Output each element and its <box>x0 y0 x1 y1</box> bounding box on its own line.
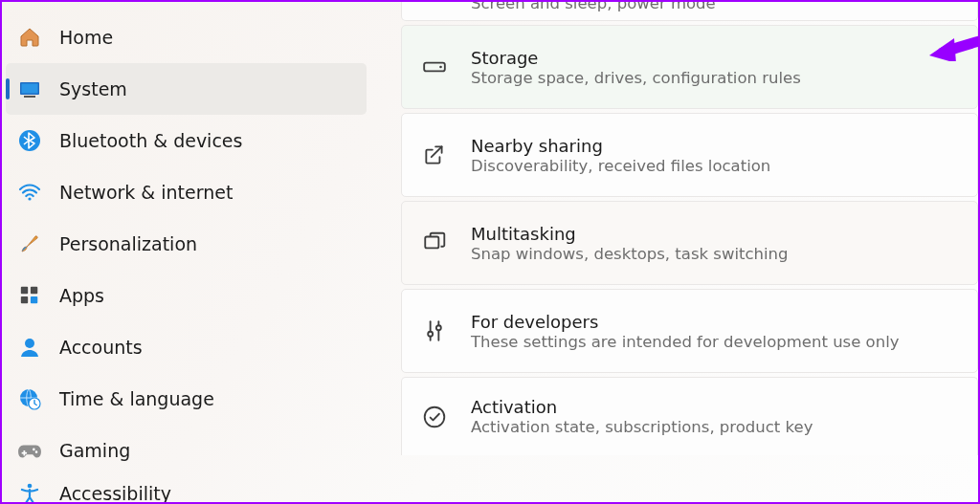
tile-subtitle: Storage space, drives, configuration rul… <box>471 69 801 87</box>
person-icon <box>17 335 42 360</box>
sidebar-item-time-language[interactable]: Time & language <box>6 373 367 425</box>
sidebar-item-label: Accounts <box>59 337 143 358</box>
tile-title: Storage <box>471 48 801 68</box>
developer-icon <box>421 318 448 344</box>
sidebar-item-label: Bluetooth & devices <box>59 130 242 151</box>
wifi-icon <box>17 180 42 205</box>
tile-subtitle: Discoverability, received files location <box>471 157 770 175</box>
svg-rect-1 <box>22 84 38 94</box>
apps-icon <box>17 283 42 308</box>
svg-point-9 <box>25 339 34 348</box>
sidebar-item-label: Home <box>59 27 113 48</box>
settings-tile-developers[interactable]: For developers These settings are intend… <box>401 289 978 373</box>
tile-title: Activation <box>471 397 813 417</box>
multitasking-icon <box>421 230 448 256</box>
tile-subtitle: Screen and sleep, power mode <box>471 0 716 12</box>
bluetooth-icon <box>17 128 42 153</box>
svg-rect-5 <box>21 287 28 294</box>
sidebar-item-label: Gaming <box>59 440 130 461</box>
svg-point-12 <box>33 449 35 451</box>
sidebar-item-label: Time & language <box>59 388 214 409</box>
sidebar-item-apps[interactable]: Apps <box>6 270 367 321</box>
svg-rect-7 <box>21 296 28 303</box>
sidebar-item-label: System <box>59 78 127 99</box>
sidebar-item-accounts[interactable]: Accounts <box>6 321 367 373</box>
tile-title: Multitasking <box>471 224 789 244</box>
settings-tile-activation[interactable]: Activation Activation state, subscriptio… <box>401 377 978 455</box>
settings-tile-multitasking[interactable]: Multitasking Snap windows, desktops, tas… <box>401 201 978 285</box>
sidebar-item-bluetooth[interactable]: Bluetooth & devices <box>6 115 367 166</box>
tile-subtitle: Activation state, subscriptions, product… <box>471 418 813 436</box>
svg-point-4 <box>28 197 31 200</box>
svg-point-16 <box>28 484 33 489</box>
checkmark-circle-icon <box>421 404 448 430</box>
svg-point-13 <box>35 450 38 453</box>
accessibility-icon <box>17 481 42 502</box>
svg-rect-6 <box>31 287 37 294</box>
tile-subtitle: Snap windows, desktops, task switching <box>471 245 789 263</box>
paintbrush-icon <box>17 231 42 256</box>
settings-sidebar: Home System Bluetooth & devices <box>2 2 372 502</box>
sidebar-item-label: Personalization <box>59 233 197 254</box>
settings-tile-storage[interactable]: Storage Storage space, drives, configura… <box>401 25 978 109</box>
power-icon <box>421 0 448 27</box>
sidebar-item-label: Network & internet <box>59 182 233 203</box>
tile-title: For developers <box>471 312 900 332</box>
sidebar-item-system[interactable]: System <box>6 63 367 115</box>
settings-tile-nearby-sharing[interactable]: Nearby sharing Discoverability, received… <box>401 113 978 197</box>
tile-title: Nearby sharing <box>471 136 770 156</box>
svg-point-18 <box>439 66 442 69</box>
tile-subtitle: These settings are intended for developm… <box>471 333 900 351</box>
sidebar-item-label: Accessibility <box>59 483 171 502</box>
gamepad-icon <box>17 438 42 463</box>
storage-icon <box>421 54 448 80</box>
svg-rect-8 <box>31 296 37 303</box>
sidebar-item-network[interactable]: Network & internet <box>6 166 367 218</box>
sidebar-item-label: Apps <box>59 285 104 306</box>
globe-clock-icon <box>17 386 42 411</box>
svg-point-22 <box>425 406 445 427</box>
sidebar-item-home[interactable]: Home <box>6 11 367 63</box>
settings-tile-power[interactable]: Screen and sleep, power mode <box>401 0 978 21</box>
system-icon <box>17 77 42 101</box>
svg-rect-19 <box>425 237 438 249</box>
sidebar-item-gaming[interactable]: Gaming <box>6 425 367 476</box>
svg-rect-15 <box>22 452 27 454</box>
sidebar-item-personalization[interactable]: Personalization <box>6 218 367 270</box>
home-icon <box>17 25 42 50</box>
svg-rect-2 <box>24 96 35 98</box>
sidebar-item-accessibility[interactable]: Accessibility <box>6 476 367 502</box>
system-settings-list: Screen and sleep, power mode Storage Sto… <box>372 2 978 502</box>
share-icon <box>421 142 448 168</box>
